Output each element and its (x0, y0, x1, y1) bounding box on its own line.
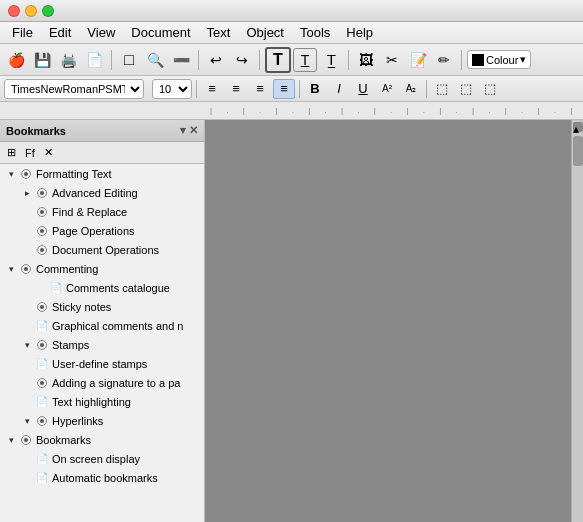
text-style-button[interactable]: T (293, 48, 317, 72)
menu-help[interactable]: Help (338, 23, 381, 42)
label-sticky-notes: Sticky notes (52, 301, 111, 313)
undo-button[interactable]: ↩ (204, 48, 228, 72)
superscript-button[interactable]: A² (376, 79, 398, 99)
image-button[interactable]: 🖼 (354, 48, 378, 72)
scrollbar-up-arrow[interactable]: ▴ (573, 122, 583, 132)
tree-item-signature[interactable]: ▸ Adding a signature to a pa (0, 373, 204, 392)
separator-4 (348, 50, 349, 70)
close-button[interactable] (8, 5, 20, 17)
print-button[interactable]: 🖨️ (56, 48, 80, 72)
fmt-sep-3 (426, 80, 427, 98)
toggle-advanced-editing[interactable]: ▸ (20, 186, 34, 200)
tree-item-hyperlinks[interactable]: ▾ Hyperlinks (0, 411, 204, 430)
font-select[interactable]: TimesNewRomanPSMT (4, 79, 144, 99)
text-color-button[interactable]: T̲ (319, 48, 343, 72)
tree-item-comments-catalogue[interactable]: ▸ 📄 Comments catalogue (0, 278, 204, 297)
settings-icon[interactable]: ✕ (189, 124, 198, 137)
label-advanced-editing: Advanced Editing (52, 187, 138, 199)
format-toolbar: TimesNewRomanPSMT 10 ≡ ≡ ≡ ≡ B I U A² A₂… (0, 76, 583, 102)
circle-icon-find-replace (34, 205, 50, 219)
toggle-bookmarks[interactable]: ▾ (4, 433, 18, 447)
text-button[interactable]: T (265, 47, 291, 73)
menu-object[interactable]: Object (238, 23, 292, 42)
main-area: Bookmarks ▾ ✕ ⊞ Ff ✕ ▾ Formatting Text ▸… (0, 120, 583, 522)
open-button[interactable]: 💾 (30, 48, 54, 72)
titlebar (0, 0, 583, 22)
align-justify-button[interactable]: ≡ (273, 79, 295, 99)
tree-item-automatic-bookmarks[interactable]: 📄 Automatic bookmarks (0, 468, 204, 487)
find-button[interactable]: Ff (22, 146, 38, 160)
traffic-lights (8, 5, 54, 17)
tree-item-sticky-notes[interactable]: ▸ Sticky notes (0, 297, 204, 316)
expand-all-button[interactable]: ⊞ (4, 145, 19, 160)
italic-button[interactable]: I (328, 79, 350, 99)
label-doc-operations: Document Operations (52, 244, 159, 256)
tree-item-page-operations[interactable]: ▸ Page Operations (0, 221, 204, 240)
scrollbar-thumb[interactable] (573, 136, 583, 166)
tree-item-text-highlighting[interactable]: 📄 Text highlighting (0, 392, 204, 411)
circle-icon-page-ops (34, 224, 50, 238)
bold-button[interactable]: B (304, 79, 326, 99)
stamp-button[interactable]: 📝 (406, 48, 430, 72)
page-area: URL: http://www.iceni.com/ 4c Help O Ice… (221, 120, 583, 522)
minimize-button[interactable] (25, 5, 37, 17)
vertical-scrollbar[interactable]: ▴ (571, 120, 583, 522)
underline-button[interactable]: U (352, 79, 374, 99)
circle-icon-hyperlinks (34, 414, 50, 428)
zoom-out-button[interactable]: ➖ (169, 48, 193, 72)
list-left-button[interactable]: ⬚ (431, 79, 453, 99)
sidebar-content[interactable]: ▾ Formatting Text ▸ Advanced Editing ▸ F… (0, 164, 204, 522)
ruler: | . | . | . | . | . | . | . | . | . | . … (0, 102, 583, 120)
separator-1 (111, 50, 112, 70)
doc-icon-graphical-comments: 📄 (34, 319, 50, 333)
tree-item-formatting-text[interactable]: ▾ Formatting Text (0, 164, 204, 183)
pen-button[interactable]: ✏ (432, 48, 456, 72)
sidebar-header-icons: ▾ ✕ (180, 124, 198, 137)
redo-button[interactable]: ↪ (230, 48, 254, 72)
tree-item-graphical-comments[interactable]: 📄 Graphical comments and n (0, 316, 204, 335)
toggle-hyperlinks[interactable]: ▾ (20, 414, 34, 428)
align-center-button[interactable]: ≡ (225, 79, 247, 99)
crop-button[interactable]: ✂ (380, 48, 404, 72)
tree-item-advanced-editing[interactable]: ▸ Advanced Editing (0, 183, 204, 202)
tree-item-commenting[interactable]: ▾ Commenting (0, 259, 204, 278)
menu-document[interactable]: Document (123, 23, 198, 42)
fmt-sep-2 (299, 80, 300, 98)
toggle-formatting-text[interactable]: ▾ (4, 167, 18, 181)
list-center-button[interactable]: ⬚ (455, 79, 477, 99)
select-button[interactable]: □ (117, 48, 141, 72)
menu-file[interactable]: File (4, 23, 41, 42)
menu-text[interactable]: Text (199, 23, 239, 42)
menu-edit[interactable]: Edit (41, 23, 79, 42)
save-button[interactable]: 📄 (82, 48, 106, 72)
list-right-button[interactable]: ⬚ (479, 79, 501, 99)
label-bookmarks: Bookmarks (36, 434, 91, 446)
separator-5 (461, 50, 462, 70)
fmt-sep-1 (196, 80, 197, 98)
maximize-button[interactable] (42, 5, 54, 17)
tree-item-bookmarks[interactable]: ▾ Bookmarks (0, 430, 204, 449)
tree-item-on-screen-display[interactable]: 📄 On screen display (0, 449, 204, 468)
align-left-button[interactable]: ≡ (201, 79, 223, 99)
zoom-button[interactable]: 🔍 (143, 48, 167, 72)
colour-label: Colour (486, 54, 518, 66)
tree-item-stamps[interactable]: ▾ Stamps (0, 335, 204, 354)
tree-item-user-stamps[interactable]: 📄 User-define stamps (0, 354, 204, 373)
circle-icon-advanced-editing (34, 186, 50, 200)
colour-selector[interactable]: Colour ▾ (467, 50, 531, 69)
label-hyperlinks: Hyperlinks (52, 415, 103, 427)
menu-view[interactable]: View (79, 23, 123, 42)
content-area: URL: http://www.iceni.com/ 4c Help O Ice… (205, 120, 583, 522)
collapse-icon[interactable]: ▾ (180, 124, 186, 137)
font-size-select[interactable]: 10 (152, 79, 192, 99)
menu-tools[interactable]: Tools (292, 23, 338, 42)
subscript-button[interactable]: A₂ (400, 79, 422, 99)
tree-item-find-replace[interactable]: ▸ Find & Replace (0, 202, 204, 221)
close-button-sidebar[interactable]: ✕ (41, 145, 56, 160)
toggle-stamps[interactable]: ▾ (20, 338, 34, 352)
new-button[interactable]: 🍎 (4, 48, 28, 72)
tree-item-doc-operations[interactable]: ▸ Document Operations (0, 240, 204, 259)
colour-dropdown-icon: ▾ (520, 53, 526, 66)
align-right-button[interactable]: ≡ (249, 79, 271, 99)
toggle-commenting[interactable]: ▾ (4, 262, 18, 276)
